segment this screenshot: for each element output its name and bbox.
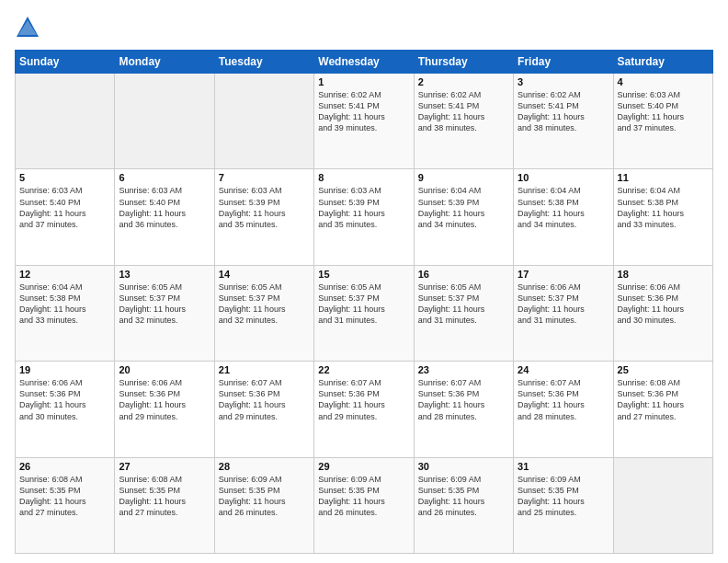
calendar-cell: 25Sunrise: 6:08 AM Sunset: 5:36 PM Dayli… (613, 362, 712, 457)
weekday-header: Tuesday (214, 51, 313, 74)
day-info: Sunrise: 6:05 AM Sunset: 5:37 PM Dayligh… (219, 282, 310, 327)
day-info: Sunrise: 6:09 AM Sunset: 5:35 PM Dayligh… (219, 474, 310, 519)
calendar-cell: 15Sunrise: 6:05 AM Sunset: 5:37 PM Dayli… (314, 265, 414, 361)
day-number: 3 (518, 76, 609, 87)
day-info: Sunrise: 6:03 AM Sunset: 5:40 PM Dayligh… (618, 89, 709, 134)
day-info: Sunrise: 6:05 AM Sunset: 5:37 PM Dayligh… (318, 282, 409, 327)
day-info: Sunrise: 6:03 AM Sunset: 5:40 PM Dayligh… (119, 185, 210, 230)
day-number: 23 (418, 364, 509, 375)
calendar-week-row: 19Sunrise: 6:06 AM Sunset: 5:36 PM Dayli… (16, 362, 713, 457)
calendar-cell: 10Sunrise: 6:04 AM Sunset: 5:38 PM Dayli… (514, 169, 613, 265)
day-info: Sunrise: 6:04 AM Sunset: 5:39 PM Dayligh… (418, 185, 509, 230)
weekday-header: Wednesday (314, 51, 414, 74)
day-number: 31 (518, 461, 609, 472)
day-number: 9 (418, 172, 509, 183)
calendar-week-row: 1Sunrise: 6:02 AM Sunset: 5:41 PM Daylig… (16, 74, 713, 169)
day-number: 24 (518, 364, 609, 375)
day-number: 6 (119, 172, 210, 183)
day-info: Sunrise: 6:04 AM Sunset: 5:38 PM Dayligh… (618, 185, 709, 230)
day-number: 21 (219, 364, 310, 375)
calendar-header: SundayMondayTuesdayWednesdayThursdayFrid… (16, 51, 713, 74)
calendar-cell: 2Sunrise: 6:02 AM Sunset: 5:41 PM Daylig… (414, 74, 513, 169)
day-number: 19 (19, 364, 110, 375)
calendar-week-row: 5Sunrise: 6:03 AM Sunset: 5:40 PM Daylig… (16, 169, 713, 265)
day-info: Sunrise: 6:06 AM Sunset: 5:37 PM Dayligh… (518, 282, 609, 327)
day-number: 8 (318, 172, 409, 183)
svg-marker-1 (18, 20, 37, 35)
calendar-cell (214, 74, 313, 169)
day-number: 15 (318, 269, 409, 280)
day-number: 28 (219, 461, 310, 472)
day-number: 12 (19, 269, 110, 280)
day-number: 26 (19, 461, 110, 472)
day-number: 11 (618, 172, 709, 183)
weekday-header: Friday (514, 51, 613, 74)
logo-icon (15, 15, 40, 40)
calendar-cell: 28Sunrise: 6:09 AM Sunset: 5:35 PM Dayli… (214, 457, 313, 553)
day-info: Sunrise: 6:07 AM Sunset: 5:36 PM Dayligh… (418, 377, 509, 422)
day-number: 7 (219, 172, 310, 183)
calendar-cell: 6Sunrise: 6:03 AM Sunset: 5:40 PM Daylig… (115, 169, 214, 265)
calendar-cell: 24Sunrise: 6:07 AM Sunset: 5:36 PM Dayli… (514, 362, 613, 457)
day-number: 1 (318, 76, 409, 87)
day-number: 20 (119, 364, 210, 375)
calendar-cell (613, 457, 712, 553)
calendar-cell: 5Sunrise: 6:03 AM Sunset: 5:40 PM Daylig… (16, 169, 115, 265)
day-info: Sunrise: 6:02 AM Sunset: 5:41 PM Dayligh… (318, 89, 409, 134)
day-info: Sunrise: 6:06 AM Sunset: 5:36 PM Dayligh… (119, 377, 210, 422)
calendar-cell: 7Sunrise: 6:03 AM Sunset: 5:39 PM Daylig… (214, 169, 313, 265)
day-number: 27 (119, 461, 210, 472)
day-info: Sunrise: 6:09 AM Sunset: 5:35 PM Dayligh… (318, 474, 409, 519)
calendar-cell: 18Sunrise: 6:06 AM Sunset: 5:36 PM Dayli… (613, 265, 712, 361)
calendar-cell: 30Sunrise: 6:09 AM Sunset: 5:35 PM Dayli… (414, 457, 513, 553)
calendar-cell: 31Sunrise: 6:09 AM Sunset: 5:35 PM Dayli… (514, 457, 613, 553)
calendar-cell: 17Sunrise: 6:06 AM Sunset: 5:37 PM Dayli… (514, 265, 613, 361)
day-number: 14 (219, 269, 310, 280)
day-info: Sunrise: 6:06 AM Sunset: 5:36 PM Dayligh… (618, 282, 709, 327)
day-number: 22 (318, 364, 409, 375)
calendar-cell: 19Sunrise: 6:06 AM Sunset: 5:36 PM Dayli… (16, 362, 115, 457)
calendar-cell: 4Sunrise: 6:03 AM Sunset: 5:40 PM Daylig… (613, 74, 712, 169)
day-number: 2 (418, 76, 509, 87)
page: SundayMondayTuesdayWednesdayThursdayFrid… (0, 0, 728, 563)
weekday-header: Thursday (414, 51, 513, 74)
day-info: Sunrise: 6:07 AM Sunset: 5:36 PM Dayligh… (518, 377, 609, 422)
calendar-cell (115, 74, 214, 169)
day-number: 16 (418, 269, 509, 280)
day-info: Sunrise: 6:09 AM Sunset: 5:35 PM Dayligh… (518, 474, 609, 519)
calendar-cell: 16Sunrise: 6:05 AM Sunset: 5:37 PM Dayli… (414, 265, 513, 361)
calendar-cell: 9Sunrise: 6:04 AM Sunset: 5:39 PM Daylig… (414, 169, 513, 265)
calendar-cell: 27Sunrise: 6:08 AM Sunset: 5:35 PM Dayli… (115, 457, 214, 553)
day-info: Sunrise: 6:08 AM Sunset: 5:36 PM Dayligh… (618, 377, 709, 422)
day-number: 13 (119, 269, 210, 280)
calendar-cell: 12Sunrise: 6:04 AM Sunset: 5:38 PM Dayli… (16, 265, 115, 361)
logo (15, 15, 44, 40)
day-info: Sunrise: 6:05 AM Sunset: 5:37 PM Dayligh… (119, 282, 210, 327)
day-info: Sunrise: 6:03 AM Sunset: 5:40 PM Dayligh… (19, 185, 110, 230)
day-info: Sunrise: 6:04 AM Sunset: 5:38 PM Dayligh… (19, 282, 110, 327)
day-info: Sunrise: 6:03 AM Sunset: 5:39 PM Dayligh… (219, 185, 310, 230)
calendar-cell: 20Sunrise: 6:06 AM Sunset: 5:36 PM Dayli… (115, 362, 214, 457)
day-info: Sunrise: 6:09 AM Sunset: 5:35 PM Dayligh… (418, 474, 509, 519)
day-number: 10 (518, 172, 609, 183)
calendar-table: SundayMondayTuesdayWednesdayThursdayFrid… (15, 50, 713, 554)
weekday-row: SundayMondayTuesdayWednesdayThursdayFrid… (16, 51, 713, 74)
day-info: Sunrise: 6:07 AM Sunset: 5:36 PM Dayligh… (318, 377, 409, 422)
day-info: Sunrise: 6:07 AM Sunset: 5:36 PM Dayligh… (219, 377, 310, 422)
day-number: 29 (318, 461, 409, 472)
day-info: Sunrise: 6:04 AM Sunset: 5:38 PM Dayligh… (518, 185, 609, 230)
day-number: 30 (418, 461, 509, 472)
calendar-cell: 22Sunrise: 6:07 AM Sunset: 5:36 PM Dayli… (314, 362, 414, 457)
day-number: 5 (19, 172, 110, 183)
weekday-header: Saturday (613, 51, 712, 74)
day-number: 25 (618, 364, 709, 375)
calendar-cell: 13Sunrise: 6:05 AM Sunset: 5:37 PM Dayli… (115, 265, 214, 361)
day-info: Sunrise: 6:02 AM Sunset: 5:41 PM Dayligh… (418, 89, 509, 134)
calendar-cell: 21Sunrise: 6:07 AM Sunset: 5:36 PM Dayli… (214, 362, 313, 457)
day-number: 18 (618, 269, 709, 280)
calendar-cell (16, 74, 115, 169)
day-info: Sunrise: 6:05 AM Sunset: 5:37 PM Dayligh… (418, 282, 509, 327)
calendar-cell: 29Sunrise: 6:09 AM Sunset: 5:35 PM Dayli… (314, 457, 414, 553)
calendar-cell: 23Sunrise: 6:07 AM Sunset: 5:36 PM Dayli… (414, 362, 513, 457)
calendar-cell: 3Sunrise: 6:02 AM Sunset: 5:41 PM Daylig… (514, 74, 613, 169)
